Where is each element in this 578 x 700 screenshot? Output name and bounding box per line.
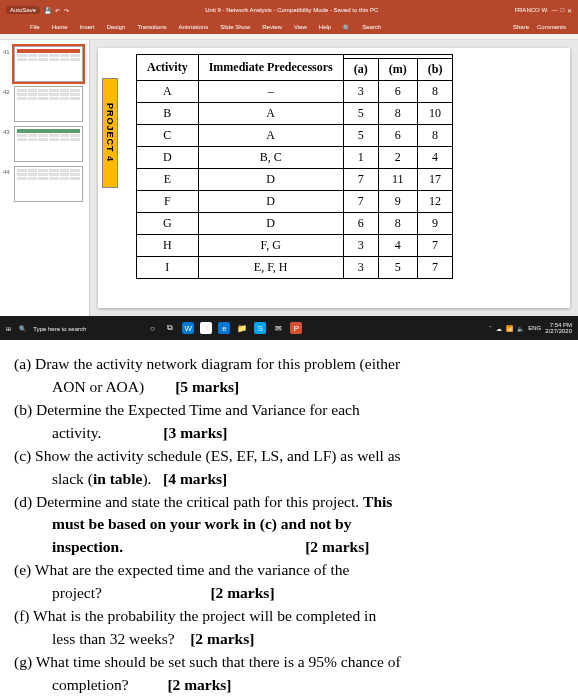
save-icon[interactable]: 💾 [44,7,51,14]
col-predecessors: Immediate Predecessors [198,55,343,81]
cell-act: I [137,257,199,279]
edge-icon[interactable]: e [218,322,230,334]
col-m: (m) [378,59,417,81]
thumb-number: 43 [3,129,10,135]
cell-a: 1 [343,147,378,169]
tab-insert[interactable]: Insert [80,24,95,30]
q-c-line1: (c) Show the activity schedule (ES, EF, … [14,447,401,464]
onedrive-icon[interactable]: ☁ [496,325,502,332]
q-g-line1: (g) What time should be set such that th… [14,653,401,670]
cortana-icon[interactable]: ○ [146,322,158,334]
user-name[interactable]: FRANCO W. [514,7,548,13]
q-c-marks: [4 marks] [163,470,227,487]
q-c-line2b: in table [93,470,143,487]
clock-date: 2/27/2020 [545,328,572,334]
cell-pred: B, C [198,147,343,169]
q-a-line1: (a) Draw the activity network diagram fo… [14,355,400,372]
cell-m: 8 [378,213,417,235]
q-c-line2a: slack ( [52,470,93,487]
cell-act: A [137,81,199,103]
share-button[interactable]: Share [513,24,529,30]
tab-design[interactable]: Design [107,24,126,30]
cell-b: 7 [417,257,453,279]
mail-icon[interactable]: ✉ [272,322,284,334]
table-row: GD689 [137,213,453,235]
cell-b: 17 [417,169,453,191]
cell-m: 11 [378,169,417,191]
col-activity: Activity [137,55,199,81]
tab-help[interactable]: Help [319,24,331,30]
q-f-line1: (f) What is the probability the project … [14,607,376,624]
volume-icon[interactable]: 🔈 [517,325,524,332]
cell-act: E [137,169,199,191]
tab-view[interactable]: View [294,24,307,30]
windows-start-icon[interactable]: ⊞ [6,326,11,332]
q-e-line1: (e) What are the expected time and the v… [14,561,349,578]
work-area: 41 42 43 44 PROJECT 4 [0,40,578,316]
cell-a: 5 [343,125,378,147]
q-b-line1: (b) Determine the Expected Time and Vari… [14,401,360,418]
q-b-marks: [3 marks] [163,424,227,441]
cell-pred: D [198,213,343,235]
cell-m: 9 [378,191,417,213]
tab-animations[interactable]: Animations [179,24,209,30]
q-f-marks: [2 marks] [190,630,254,647]
powerpoint-icon[interactable]: P [290,322,302,334]
tab-review[interactable]: Review [262,24,282,30]
cell-b: 10 [417,103,453,125]
q-d-line1b: This [363,493,392,510]
cell-m: 4 [378,235,417,257]
tab-home[interactable]: Home [52,24,68,30]
tray-chevron-icon[interactable]: ˄ [489,325,492,332]
q-b-line2: activity. [52,424,101,441]
cell-a: 3 [343,257,378,279]
cell-m: 5 [378,257,417,279]
search-icon[interactable]: 🔍 [19,326,26,332]
q-a-line2: AON or AOA) [52,378,144,395]
cell-b: 8 [417,125,453,147]
taskview-icon[interactable]: ⧉ [164,322,176,334]
thumb-number: 42 [3,89,10,95]
maximize-icon[interactable]: □ [560,7,564,13]
current-slide[interactable]: PROJECT 4 Activity Immediate Predecessor… [98,48,570,308]
tab-search[interactable]: Search [362,24,381,30]
tab-slideshow[interactable]: Slide Show [220,24,250,30]
explorer-icon[interactable]: 📁 [236,322,248,334]
store-icon[interactable]: 🛍 [200,322,212,334]
task-icons: ○ ⧉ W 🛍 e 📁 S ✉ P [86,322,302,334]
window-title: Unit 9 - Network Analysis - Compatibilit… [69,7,514,13]
search-placeholder[interactable]: Type here to search [33,326,86,332]
cell-a: 5 [343,103,378,125]
locale[interactable]: ENG [528,325,541,331]
cell-act: C [137,125,199,147]
comments-button[interactable]: Comments [537,24,566,30]
autosave-toggle[interactable]: AutoSave [6,6,40,14]
cell-pred: E, F, H [198,257,343,279]
col-a: (a) [343,59,378,81]
minimize-icon[interactable]: — [551,7,557,13]
cell-b: 8 [417,81,453,103]
thumb-number: 41 [3,49,10,55]
skype-icon[interactable]: S [254,322,266,334]
thumbnail-slide[interactable]: 41 [14,46,83,82]
thumbnail-slide[interactable]: 42 [14,86,83,122]
tab-file[interactable]: File [30,24,40,30]
table-row: CA568 [137,125,453,147]
word-icon[interactable]: W [182,322,194,334]
thumbnail-slide[interactable]: 44 [14,166,83,202]
wifi-icon[interactable]: 📶 [506,325,513,332]
q-d-line1: (d) Determine and state the critical pat… [14,493,363,510]
table-row: A–368 [137,81,453,103]
close-icon[interactable]: ✕ [567,7,572,14]
cell-b: 7 [417,235,453,257]
cell-m: 6 [378,125,417,147]
thumbnail-slide[interactable]: 43 [14,126,83,162]
cell-m: 2 [378,147,417,169]
table-row: FD7912 [137,191,453,213]
cell-act: H [137,235,199,257]
tab-transitions[interactable]: Transitions [137,24,166,30]
cell-pred: F, G [198,235,343,257]
undo-icon[interactable]: ↶ [55,7,60,14]
search-icon[interactable]: 🔍 [343,24,350,31]
cell-pred: D [198,191,343,213]
